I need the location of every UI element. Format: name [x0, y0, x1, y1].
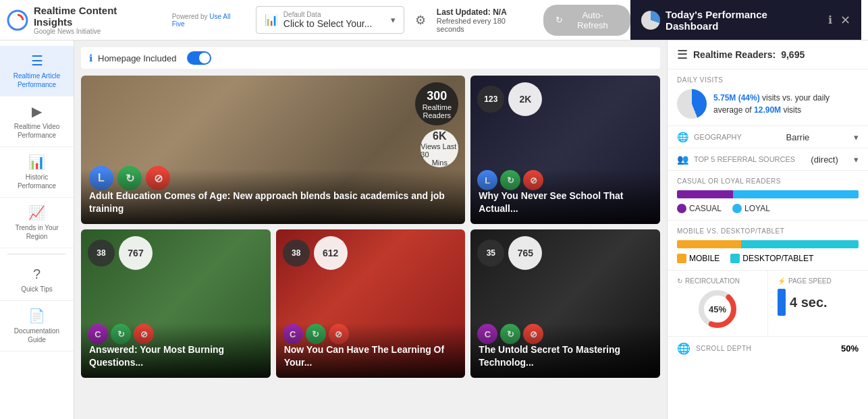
dashboard-title: Today's Performance Dashboard — [666, 9, 823, 32]
casual-bar — [677, 190, 733, 198]
daily-visits-highlight: 5.75M (44%) — [713, 93, 760, 103]
sidebar-item-article-performance[interactable]: ☰ Realtime Article Performance — [0, 46, 74, 96]
donut-chart-recirculation: 45% — [697, 289, 738, 329]
daily-visits-row: 5.75M (44%) visits vs. your daily averag… — [677, 89, 859, 119]
sidebar-item-historic-performance[interactable]: 📊 Historic Performance — [0, 147, 74, 198]
daily-visits-chart — [677, 89, 707, 119]
desktop-legend-item: DESKTOP/TABLET — [730, 254, 813, 263]
sidebar-item-documentation[interactable]: 📄 Documentation Guide — [0, 301, 74, 352]
info-icon[interactable]: ℹ — [828, 13, 832, 26]
recirculation-chart: 45% — [677, 289, 758, 329]
settings-icon[interactable]: ⚙ — [410, 9, 431, 31]
content-area: ℹ Homepage Included 300 Realtime Readers… — [74, 40, 667, 419]
article-stats-5: 35 765 — [477, 236, 542, 270]
article-card-5[interactable]: 35 765 C ↻ ⊘ The Untold Secret To Master… — [470, 229, 660, 378]
views-label2: Mins — [432, 159, 447, 167]
article-card-3[interactable]: 38 767 C ↻ ⊘ Answered: Your Most Burning… — [81, 229, 271, 378]
stat-767: 767 — [119, 236, 153, 270]
loyal-label: LOYAL — [744, 204, 770, 213]
article-title-2: Why You Never See School That Actuall... — [479, 190, 652, 216]
daily-average: 12.90M — [754, 105, 781, 115]
article-title-1: Adult Education Comes of Age: New approa… — [89, 190, 457, 216]
mobile-desktop-bar — [677, 240, 859, 248]
logo-icon — [7, 9, 28, 31]
page-speed-value: 4 sec. — [790, 295, 828, 310]
geography-value: Barrie — [786, 132, 810, 142]
geography-row[interactable]: 🌐 GEOGRAPHY Barrie ▾ — [668, 126, 868, 148]
article-overlay-5: The Untold Secret To Mastering Technolog… — [470, 323, 660, 378]
casual-loyal-section: CASUAL OR LOYAL READERS CASUAL LOYAL — [668, 171, 868, 221]
geography-label: GEOGRAPHY — [694, 133, 742, 141]
article-icon: ☰ — [31, 53, 43, 69]
casual-label: CASUAL — [689, 204, 722, 213]
loyal-bar — [733, 190, 859, 198]
sidebar-label-video: Realtime Video Performance — [5, 122, 68, 140]
speed-bar — [778, 289, 786, 316]
header: Realtime Content Insights Google News In… — [0, 0, 868, 40]
header-logo: Realtime Content Insights Google News In… — [7, 5, 159, 35]
sidebar-item-trends[interactable]: 📈 Trends in Your Region — [0, 198, 74, 248]
sidebar-divider — [7, 254, 66, 254]
recirculation-value: 45% — [709, 304, 726, 314]
stat-123: 123 — [477, 86, 504, 113]
sidebar-label-documentation: Documentation Guide — [5, 327, 68, 344]
recirculation-label: ↻ RECIRCULATION — [677, 277, 758, 285]
casual-dot — [677, 204, 686, 213]
article-overlay-4: Now You Can Have The Learning Of Your... — [276, 323, 466, 378]
mobile-label: MOBILE — [689, 254, 720, 263]
sidebar-item-quick-tips[interactable]: ? Quick Tips — [0, 260, 74, 301]
homepage-toggle[interactable] — [187, 51, 211, 65]
article-overlay-3: Answered: Your Most Burning Questions... — [81, 323, 271, 378]
article-title-4: Now You Can Have The Learning Of Your... — [284, 343, 458, 370]
realtime-readers-bubble: 300 Realtime Readers — [415, 82, 458, 125]
article-title-3: Answered: Your Most Burning Questions... — [89, 343, 263, 370]
daily-visits-section: DAILY VISITS 5.75M (44%) visits vs. your… — [668, 69, 868, 126]
article-card-2[interactable]: 123 2K L ↻ ⊘ Why You Never See School Th… — [470, 76, 660, 224]
dashboard-icon — [641, 11, 660, 30]
daily-visits-text: 5.75M (44%) visits vs. your daily averag… — [713, 92, 859, 116]
referral-chevron: ▾ — [854, 155, 859, 165]
loyal-legend-item: LOYAL — [732, 204, 770, 213]
mobile-bar — [677, 240, 741, 248]
article-stats-3: 38 767 — [88, 236, 153, 270]
sidebar-label-tips: Quick Tips — [21, 285, 53, 294]
tips-icon: ? — [33, 267, 40, 282]
article-card-1[interactable]: 300 Realtime Readers 6K Views Last 30 Mi… — [81, 76, 465, 224]
referral-label: TOP 5 REFERRAL SOURCES — [694, 155, 795, 163]
recirculation-icon: ↻ — [677, 277, 682, 285]
desktop-icon — [730, 254, 740, 263]
stat-35: 35 — [477, 240, 504, 267]
scroll-depth-left: 🌐 SCROLL DEPTH — [677, 342, 751, 355]
article-title-5: The Untold Secret To Mastering Technolog… — [479, 343, 652, 370]
article-overlay-1: Adult Education Comes of Age: New approa… — [81, 169, 465, 224]
views-number: 6K — [433, 130, 446, 142]
article-stats-4: 38 612 — [283, 236, 348, 270]
refresh-interval: Refreshed every 180 seconds — [437, 17, 535, 33]
mobile-desktop-section: MOBILE VS. DESKTOP/TABLET MOBILE DESKTOP… — [668, 221, 868, 271]
realtime-readers-label: Realtime Readers: — [693, 49, 776, 60]
article-card-4[interactable]: 38 612 C ↻ ⊘ Now You Can Have The Learni… — [276, 229, 466, 378]
stat-612: 612 — [314, 236, 348, 270]
views-label: Views Last 30 — [421, 142, 458, 159]
data-selector[interactable]: 📊 Default Data Click to Select Your... ▾ — [256, 6, 404, 34]
header-status: Last Updated: N/A Refreshed every 180 se… — [437, 7, 535, 33]
video-icon: ▶ — [32, 103, 42, 119]
refresh-icon: ↻ — [555, 15, 563, 25]
referral-value: (direct) — [811, 155, 838, 165]
loyal-dot — [732, 204, 742, 213]
right-panel-header: ☰ Realtime Readers: 9,695 — [668, 40, 868, 69]
readers-label: Realtime — [423, 103, 452, 111]
mobile-legend-item: MOBILE — [677, 254, 720, 263]
geography-left: 🌐 GEOGRAPHY — [677, 132, 742, 142]
auto-refresh-button[interactable]: ↻ Auto-Refresh — [543, 5, 630, 36]
stat-38b: 38 — [283, 240, 310, 267]
data-selector-content: Default Data Click to Select Your... — [283, 11, 385, 29]
sidebar-item-video-performance[interactable]: ▶ Realtime Video Performance — [0, 96, 74, 147]
referral-sources-row[interactable]: 👥 TOP 5 REFERRAL SOURCES (direct) ▾ — [668, 148, 868, 171]
casual-loyal-bar — [677, 190, 859, 198]
scroll-depth-row: 🌐 SCROLL DEPTH 50% — [668, 337, 868, 360]
close-icon[interactable]: ✕ — [840, 13, 850, 28]
bar-chart-icon: 📊 — [265, 13, 278, 26]
chevron-down-icon: ▾ — [391, 15, 396, 25]
info-circle-icon: ℹ — [89, 53, 92, 63]
